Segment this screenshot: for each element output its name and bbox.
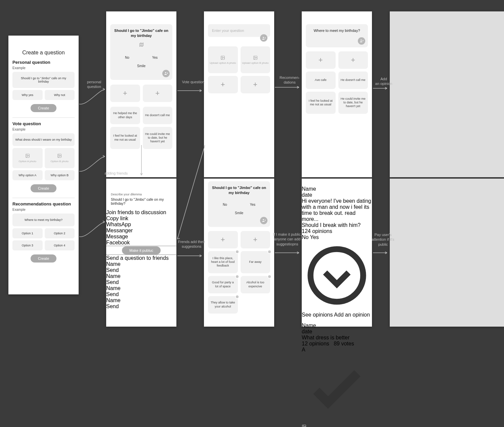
screen-create-question: Create a question Personal question Exam… xyxy=(8,36,79,294)
badge-dot xyxy=(267,275,271,279)
divider xyxy=(12,117,75,118)
personal-create-button[interactable]: Create xyxy=(31,104,56,112)
send-button[interactable]: Send xyxy=(106,279,176,285)
add-reason-tile[interactable]: + xyxy=(241,231,270,248)
vote-create-button[interactable]: Create xyxy=(31,184,56,192)
opt-no[interactable]: No xyxy=(223,203,227,206)
add-reason-tile[interactable]: + xyxy=(110,85,140,102)
opt-yes[interactable]: Yes xyxy=(152,56,158,59)
reason-tile[interactable]: He doesn't call me xyxy=(143,107,173,124)
suggestion-tile[interactable]: Alcohol is too expencive xyxy=(241,276,270,293)
describe-text: Should I go to "Jimbo" cafe on my birthd… xyxy=(111,197,172,205)
join-friends-panel: Join friends to discussion Copy link Wha… xyxy=(106,209,176,261)
rec-create-button[interactable]: Create xyxy=(31,254,56,263)
rec-question-chip[interactable]: Where to meet my birthday? xyxy=(12,214,75,226)
add-reason-tile[interactable]: + xyxy=(208,76,238,93)
send-title: Send a question to friends xyxy=(106,255,176,261)
reason-tile[interactable]: He could invite me to date, but he haven… xyxy=(143,127,173,149)
add-friends-icon[interactable] xyxy=(162,70,170,77)
opt-no[interactable]: No xyxy=(125,56,129,59)
svg-point-5 xyxy=(263,37,264,38)
send-button[interactable]: Send xyxy=(106,267,176,273)
flow-arrow xyxy=(275,251,301,254)
add-friends-icon[interactable] xyxy=(260,34,267,42)
feed-card-dress: What dress is better 12 opinions 89 vote… xyxy=(302,335,372,427)
add-reason-tile[interactable]: + xyxy=(208,231,238,248)
rec-opt-2[interactable]: Option 2 xyxy=(45,228,75,238)
page-title: Create a question xyxy=(12,50,75,56)
screen-adding-friends: Describe your dilemma Should I go to "Ji… xyxy=(106,179,176,327)
friend-row: NameSend xyxy=(106,285,176,297)
flow-arrow xyxy=(177,145,205,241)
upload-option-a[interactable]: Upload option A photo xyxy=(208,46,238,73)
flow-arrow xyxy=(79,154,106,173)
image-icon xyxy=(302,424,306,427)
make-public-button[interactable]: Make it publuc xyxy=(122,246,161,254)
friend-name: Name xyxy=(106,273,176,279)
card-question: What dress is better xyxy=(302,335,372,341)
add-friends-icon[interactable] xyxy=(260,217,267,224)
question-title: Should I go to "Jimbo" cafe on my birthd… xyxy=(114,28,169,38)
reason-tile[interactable]: Ave cafe xyxy=(306,72,336,89)
rec-opt-4[interactable]: Option 4 xyxy=(45,240,75,250)
plus-icon: + xyxy=(155,89,160,98)
upload-option-b[interactable]: Upload option B photo xyxy=(241,46,270,73)
opt-smile[interactable]: Smile xyxy=(114,64,169,68)
personal-opt-a[interactable]: Why yes xyxy=(12,90,43,100)
upload-b-label: Upload option B photo xyxy=(242,61,268,64)
personal-opt-b[interactable]: Why not xyxy=(45,90,75,100)
reason-tile[interactable]: He doesn't call me xyxy=(338,72,368,89)
card-sub: 12 opinions 89 votes xyxy=(302,341,372,347)
suggestion-tile[interactable]: Far away xyxy=(241,251,270,273)
suggestion-tile[interactable]: They allow to take your alcohol xyxy=(208,296,238,314)
reason-tile[interactable]: He could invite me to date, but he haven… xyxy=(338,92,368,114)
vote-opt-a[interactable]: Why option A xyxy=(12,170,43,180)
suggestion-tile[interactable]: Good for party a lot of space xyxy=(208,276,238,293)
opt-no[interactable]: No xyxy=(302,234,308,240)
opt-smile[interactable]: Smile xyxy=(211,211,267,215)
share-label: Messanger xyxy=(106,228,176,234)
reason-tile[interactable]: I feel he looked at me not as usual xyxy=(110,127,140,149)
flow-label-add-opinion: Add an opinion xyxy=(372,77,396,86)
opt-yes[interactable]: Yes xyxy=(250,203,255,206)
vote-photo-b[interactable]: Option B photo xyxy=(45,148,75,168)
feed-card-break: Should I break with him? 124 opinions No… xyxy=(302,222,372,240)
add-reason-tile[interactable]: + xyxy=(306,51,336,69)
add-reason-tile[interactable]: + xyxy=(241,76,270,93)
plus-icon: + xyxy=(351,55,355,65)
upload-a-label: Upload option A photo xyxy=(210,61,236,64)
send-button[interactable]: Send xyxy=(106,303,176,310)
personal-question-chip[interactable]: Should I go to "Jimbo" cafe on my birthd… xyxy=(12,72,75,88)
flow-arrow xyxy=(177,89,204,92)
share-label: Message xyxy=(106,234,176,240)
opt-yes[interactable]: Yes xyxy=(310,234,319,240)
svg-point-12 xyxy=(310,249,363,302)
add-reason-tile[interactable]: + xyxy=(143,85,173,102)
reason-tile[interactable]: He helped me the other days xyxy=(110,107,140,124)
plus-icon: + xyxy=(123,89,127,98)
vote-example-label: Example xyxy=(12,128,75,131)
vote-photo-a[interactable]: Option A photo xyxy=(12,148,43,168)
send-button[interactable]: Send xyxy=(106,291,176,297)
image-icon xyxy=(220,55,225,60)
badge-dot xyxy=(267,250,271,254)
friend-row: NameSend xyxy=(106,273,176,285)
vote-image-a[interactable] xyxy=(302,424,372,427)
vote-question-chip[interactable]: What dress should I weare on my birthday xyxy=(12,133,75,146)
flow-label-pay: Pay user's attention if it's public xyxy=(370,232,396,247)
suggestion-tile[interactable]: I like this place, heart a lot of food f… xyxy=(208,251,238,273)
add-reason-tile[interactable]: + xyxy=(338,51,368,69)
rec-opt-3[interactable]: Option 3 xyxy=(12,240,43,250)
plus-icon: + xyxy=(253,235,257,244)
reason-tile[interactable]: I feel he looked at me not as usual xyxy=(306,92,336,114)
share-label: Copy link xyxy=(106,216,176,222)
add-opinion-link[interactable]: Add an opinion xyxy=(334,312,370,318)
svg-point-1 xyxy=(27,155,27,155)
add-friends-icon[interactable] xyxy=(358,37,365,45)
ab-label: A xyxy=(302,347,305,352)
flow-label-adding-friends: adding friends xyxy=(104,171,128,176)
question-input[interactable]: Enter your question xyxy=(208,24,270,37)
svg-point-7 xyxy=(222,57,222,57)
vote-opt-b[interactable]: Why option B xyxy=(45,170,75,180)
rec-opt-1[interactable]: Option 1 xyxy=(12,228,43,238)
